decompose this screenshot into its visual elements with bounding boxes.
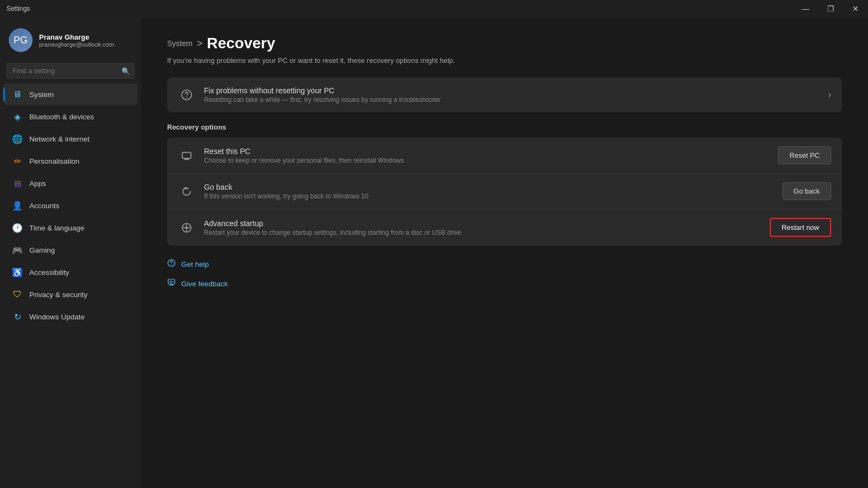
windows-update-icon: ↻ [12, 311, 23, 322]
restart-now-button[interactable]: Restart now [770, 218, 831, 237]
network-icon: 🌐 [12, 133, 23, 144]
sidebar-item-label: Network & internet [29, 135, 90, 143]
maximize-button[interactable]: ❐ [818, 0, 843, 17]
go-back-icon [178, 183, 195, 200]
recovery-options-heading: Recovery options [167, 123, 842, 131]
svg-point-4 [186, 227, 188, 229]
sidebar-item-label: Accounts [29, 202, 60, 210]
sidebar-item-system[interactable]: 🖥 System [3, 84, 138, 105]
recovery-options-card: Reset this PC Choose to keep or remove y… [167, 138, 842, 246]
give-feedback-label: Give feedback [181, 280, 228, 288]
user-profile[interactable]: PG Pranav Gharge pranavgharge@outlook.co… [0, 22, 141, 61]
sidebar-item-accessibility[interactable]: ♿ Accessibility [3, 261, 138, 283]
page-header: System > Recovery If you're having probl… [167, 35, 842, 65]
reset-pc-title: Reset this PC [204, 147, 769, 156]
sidebar-item-label: Privacy & security [29, 291, 87, 299]
sidebar-item-network[interactable]: 🌐 Network & internet [3, 128, 138, 150]
window-controls: — ❐ ✕ [793, 0, 868, 17]
fix-problems-card[interactable]: Fix problems without resetting your PC R… [167, 78, 842, 112]
breadcrumb: System > Recovery [167, 35, 842, 52]
sidebar-item-label: Bluetooth & devices [29, 113, 94, 121]
accounts-icon: 👤 [12, 200, 23, 211]
personalisation-icon: ✏ [12, 156, 23, 166]
sidebar-item-privacy[interactable]: 🛡 Privacy & security [3, 284, 138, 305]
system-icon: 🖥 [12, 89, 23, 100]
user-email: pranavgharge@outlook.com [39, 41, 114, 48]
app-title: Settings [7, 5, 30, 12]
main-content: System > Recovery If you're having probl… [141, 17, 868, 488]
links-section: Get help Give feedback [167, 254, 842, 293]
go-back-button[interactable]: Go back [782, 182, 831, 200]
sidebar-item-label: Windows Update [29, 313, 85, 321]
svg-point-6 [171, 264, 172, 265]
breadcrumb-parent[interactable]: System [167, 39, 193, 48]
fix-problems-icon [178, 86, 195, 104]
sidebar-item-gaming[interactable]: 🎮 Gaming [3, 239, 138, 261]
time-icon: 🕐 [12, 222, 23, 233]
search-icon: 🔍 [122, 67, 130, 75]
advanced-startup-icon [178, 219, 195, 236]
go-back-row: Go back If this version isn't working, t… [167, 174, 842, 209]
user-name: Pranav Gharge [39, 33, 114, 41]
reset-pc-button[interactable]: Reset PC [778, 146, 831, 164]
sidebar-item-label: Accessibility [29, 268, 69, 277]
sidebar-item-time[interactable]: 🕐 Time & language [3, 217, 138, 239]
accessibility-icon: ♿ [12, 267, 23, 278]
advanced-startup-title: Advanced startup [204, 219, 761, 228]
sidebar-item-apps[interactable]: ⊞ Apps [3, 172, 138, 194]
svg-rect-2 [182, 152, 191, 158]
apps-icon: ⊞ [12, 178, 23, 189]
give-feedback-icon [167, 278, 176, 289]
close-button[interactable]: ✕ [843, 0, 868, 17]
privacy-icon: 🛡 [12, 289, 23, 300]
reset-pc-icon [178, 147, 195, 164]
sidebar-item-label: Personalisation [29, 157, 79, 165]
give-feedback-link[interactable]: Give feedback [167, 274, 842, 293]
reset-pc-desc: Choose to keep or remove your personal f… [204, 157, 769, 164]
search-input[interactable] [7, 63, 135, 79]
chevron-right-icon: › [828, 90, 831, 100]
sidebar-item-label: Time & language [29, 224, 85, 232]
sidebar-item-windows-update[interactable]: ↻ Windows Update [3, 306, 138, 328]
sidebar-item-personalisation[interactable]: ✏ Personalisation [3, 150, 138, 172]
sidebar: PG Pranav Gharge pranavgharge@outlook.co… [0, 17, 141, 488]
bluetooth-icon: ◈ [12, 111, 23, 122]
advanced-startup-desc: Restart your device to change startup se… [204, 229, 761, 236]
minimize-button[interactable]: — [793, 0, 818, 17]
breadcrumb-separator: > [197, 38, 203, 49]
sidebar-item-bluetooth[interactable]: ◈ Bluetooth & devices [3, 106, 138, 127]
svg-point-1 [186, 97, 187, 98]
get-help-link[interactable]: Get help [167, 254, 842, 274]
gaming-icon: 🎮 [12, 245, 23, 255]
sidebar-item-accounts[interactable]: 👤 Accounts [3, 195, 138, 216]
fix-problems-row[interactable]: Fix problems without resetting your PC R… [167, 78, 842, 112]
sidebar-item-label: System [29, 91, 54, 99]
sidebar-item-label: Apps [29, 179, 46, 188]
titlebar: Settings — ❐ ✕ [0, 0, 868, 17]
advanced-startup-row: Advanced startup Restart your device to … [167, 209, 842, 246]
sidebar-item-label: Gaming [29, 246, 55, 254]
sidebar-nav: 🖥 System ◈ Bluetooth & devices 🌐 Network… [0, 83, 141, 328]
go-back-desc: If this version isn't working, try going… [204, 192, 774, 200]
app-body: PG Pranav Gharge pranavgharge@outlook.co… [0, 17, 868, 488]
get-help-icon [167, 259, 176, 269]
fix-problems-title: Fix problems without resetting your PC [204, 86, 820, 95]
fix-problems-desc: Resetting can take a while — first, try … [204, 96, 820, 104]
page-subtitle: If you're having problems with your PC o… [167, 56, 842, 65]
search-box: 🔍 [7, 63, 135, 79]
get-help-label: Get help [181, 260, 209, 268]
page-title: Recovery [207, 35, 275, 52]
reset-pc-row: Reset this PC Choose to keep or remove y… [167, 138, 842, 174]
avatar: PG [9, 28, 33, 52]
go-back-title: Go back [204, 183, 774, 191]
